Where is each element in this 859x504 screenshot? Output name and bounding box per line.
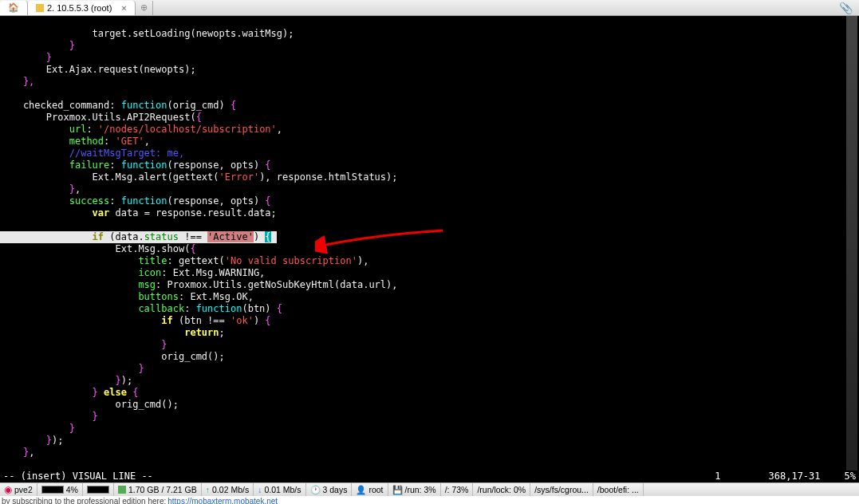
- mem-graph: [83, 483, 114, 496]
- highlighted-line: if (data.status !== 'Active') {: [0, 231, 277, 243]
- annotation-arrow: [315, 226, 451, 258]
- cpu-usage: 4%: [37, 483, 83, 496]
- upload-icon: [206, 485, 210, 494]
- debian-icon: ◉: [4, 484, 12, 495]
- memory-icon: [118, 486, 126, 494]
- code-editor[interactable]: target.setLoading(newopts.waitMsg); } } …: [0, 16, 859, 471]
- disk-cgroup: /sys/fs/cgrou...: [530, 483, 593, 496]
- vim-percent: 5%: [845, 471, 856, 482]
- home-tab[interactable]: [0, 1, 28, 15]
- vim-count: 1: [715, 471, 720, 482]
- user-icon: [356, 485, 366, 495]
- mem-usage: 1.70 GB / 7.21 GB: [114, 483, 202, 496]
- editor-scrollbar[interactable]: [846, 16, 857, 471]
- net-up: 0.02 Mb/s: [202, 483, 254, 496]
- close-tab-icon[interactable]: ×: [121, 3, 126, 13]
- bottom-toolbar: ◉pve2 4% 1.70 GB / 7.21 GB 0.02 Mb/s 0.0…: [0, 482, 859, 496]
- home-icon: [8, 2, 19, 13]
- terminal-icon: [36, 4, 44, 12]
- footer-link[interactable]: https://mobaxterm.mobatek.net: [167, 497, 278, 505]
- vim-status-line: -- (insert) VISUAL LINE -- 1 368,17-31 5…: [0, 471, 859, 482]
- session-tab[interactable]: 2. 10.5.5.3 (root) ×: [28, 1, 136, 15]
- disk-root: /: 73%: [441, 483, 474, 496]
- disk-run: /run: 3%: [388, 483, 441, 496]
- paperclip-icon[interactable]: 📎: [839, 2, 853, 14]
- disk-efi: /boot/efi: ...: [593, 483, 644, 496]
- tab-title: 2. 10.5.5.3 (root): [47, 3, 112, 13]
- user: root: [352, 483, 388, 496]
- footer-message: by subscribing to the professional editi…: [0, 496, 859, 504]
- vim-position: 368,17-31: [769, 471, 821, 482]
- disk-icon: [392, 485, 403, 495]
- mem-bar-icon: [87, 486, 109, 494]
- clock-icon: [310, 485, 321, 495]
- vim-mode: -- (insert) VISUAL LINE --: [3, 471, 153, 482]
- new-tab-button[interactable]: ⊕: [136, 1, 153, 15]
- download-icon: [258, 485, 262, 494]
- disk-lock: /run/lock: 0%: [473, 483, 530, 496]
- os-indicator: ◉pve2: [0, 483, 37, 496]
- uptime: 3 days: [306, 483, 353, 496]
- net-down: 0.01 Mb/s: [254, 483, 305, 496]
- tab-bar: 2. 10.5.5.3 (root) × ⊕ 📎: [0, 0, 859, 16]
- cpu-bar-icon: [41, 486, 64, 494]
